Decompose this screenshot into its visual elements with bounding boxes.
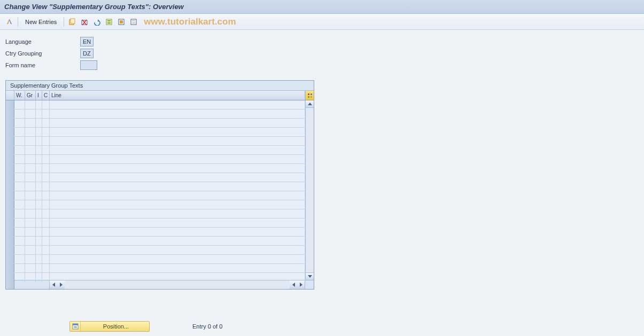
table-row[interactable] xyxy=(6,137,305,146)
table-row[interactable] xyxy=(6,110,305,119)
svg-rect-16 xyxy=(73,324,78,325)
toolbar: New Entries www.tutorialkart.com xyxy=(0,14,644,30)
vertical-scrollbar[interactable] xyxy=(305,100,314,280)
svg-rect-13 xyxy=(308,96,309,98)
svg-rect-18 xyxy=(74,327,77,328)
table-row[interactable] xyxy=(6,218,305,228)
footer-fixed-area xyxy=(14,280,50,289)
title-bar: Change View "Supplementary Group Texts":… xyxy=(0,0,644,14)
ctry-grouping-value[interactable]: DZ xyxy=(80,49,94,58)
new-entries-button[interactable]: New Entries xyxy=(21,17,61,27)
svg-rect-12 xyxy=(311,93,312,95)
toolbar-sep xyxy=(64,17,64,27)
table-row[interactable] xyxy=(6,191,305,200)
toggle-icon[interactable] xyxy=(4,17,15,27)
scroll-left-icon[interactable] xyxy=(50,280,57,289)
scroll-track[interactable] xyxy=(306,108,314,272)
ctry-grouping-label: Ctry Grouping xyxy=(5,50,80,57)
entry-status: Entry 0 of 0 xyxy=(192,323,222,330)
corner-box xyxy=(305,280,314,289)
bottom-bar: Position... Entry 0 of 0 xyxy=(0,321,644,332)
svg-rect-7 xyxy=(120,20,123,24)
svg-rect-1 xyxy=(71,19,75,24)
scroll-down-icon[interactable] xyxy=(306,272,314,280)
svg-rect-5 xyxy=(107,22,111,24)
grid-header: W. Gr I C Line xyxy=(6,91,314,100)
svg-rect-4 xyxy=(107,20,111,21)
table-row[interactable] xyxy=(6,264,305,273)
table-row[interactable] xyxy=(6,237,305,246)
language-value[interactable]: EN xyxy=(80,37,94,46)
position-button[interactable]: Position... xyxy=(69,321,150,332)
table-row[interactable] xyxy=(6,119,305,128)
col-selector[interactable] xyxy=(6,91,14,100)
grid-supplementary-texts: Supplementary Group Texts W. Gr I C Line xyxy=(5,80,314,290)
scroll-right-icon[interactable] xyxy=(57,280,65,289)
col-line[interactable]: Line xyxy=(50,91,305,100)
scroll-left-end-icon[interactable] xyxy=(290,280,297,289)
field-row-formname: Form name xyxy=(5,60,639,71)
svg-rect-17 xyxy=(74,326,77,327)
position-icon xyxy=(70,322,81,331)
table-row[interactable] xyxy=(6,155,305,164)
table-row[interactable] xyxy=(6,209,305,218)
svg-rect-10 xyxy=(132,22,135,24)
table-row[interactable] xyxy=(6,100,305,110)
language-label: Language xyxy=(5,38,80,45)
col-w[interactable]: W. xyxy=(14,91,25,100)
watermark-text: www.tutorialkart.com xyxy=(144,17,236,27)
scroll-right-end-icon[interactable] xyxy=(297,280,305,289)
delete-icon[interactable] xyxy=(79,17,90,27)
footer-selector xyxy=(6,280,14,289)
col-i[interactable]: I xyxy=(36,91,42,100)
table-row[interactable] xyxy=(6,246,305,255)
table-row[interactable] xyxy=(6,146,305,155)
horizontal-scrollbar[interactable] xyxy=(50,280,305,289)
grid-footer xyxy=(6,280,314,289)
field-row-ctry: Ctry Grouping DZ xyxy=(5,48,639,59)
select-block-icon[interactable] xyxy=(116,17,127,27)
deselect-all-icon[interactable] xyxy=(128,17,139,27)
undo-icon[interactable] xyxy=(91,17,102,27)
page-title: Change View "Supplementary Group Texts":… xyxy=(4,3,184,11)
table-row[interactable] xyxy=(6,255,305,264)
scroll-up-icon[interactable] xyxy=(306,100,314,108)
select-all-icon[interactable] xyxy=(104,17,114,27)
col-c[interactable]: C xyxy=(42,91,50,100)
table-row[interactable] xyxy=(6,228,305,237)
svg-rect-9 xyxy=(132,20,135,21)
table-row[interactable] xyxy=(6,173,305,182)
svg-rect-11 xyxy=(308,93,309,95)
grid-body xyxy=(6,100,314,280)
svg-rect-8 xyxy=(131,19,136,25)
table-row[interactable] xyxy=(6,128,305,137)
form-area: Language EN Ctry Grouping DZ Form name xyxy=(0,30,644,75)
table-config-icon[interactable] xyxy=(305,91,314,100)
formname-value[interactable] xyxy=(80,60,97,70)
table-row[interactable] xyxy=(6,182,305,191)
table-row[interactable] xyxy=(6,164,305,173)
formname-label: Form name xyxy=(5,62,80,68)
col-gr[interactable]: Gr xyxy=(25,91,36,100)
svg-rect-3 xyxy=(106,19,112,25)
svg-rect-14 xyxy=(311,96,312,98)
grid-rows xyxy=(6,100,305,280)
table-row[interactable] xyxy=(6,200,305,209)
position-label: Position... xyxy=(83,323,149,330)
copy-as-icon[interactable] xyxy=(67,17,77,27)
grid-title: Supplementary Group Texts xyxy=(6,81,314,91)
field-row-language: Language EN xyxy=(5,36,639,47)
toolbar-sep xyxy=(18,17,18,27)
